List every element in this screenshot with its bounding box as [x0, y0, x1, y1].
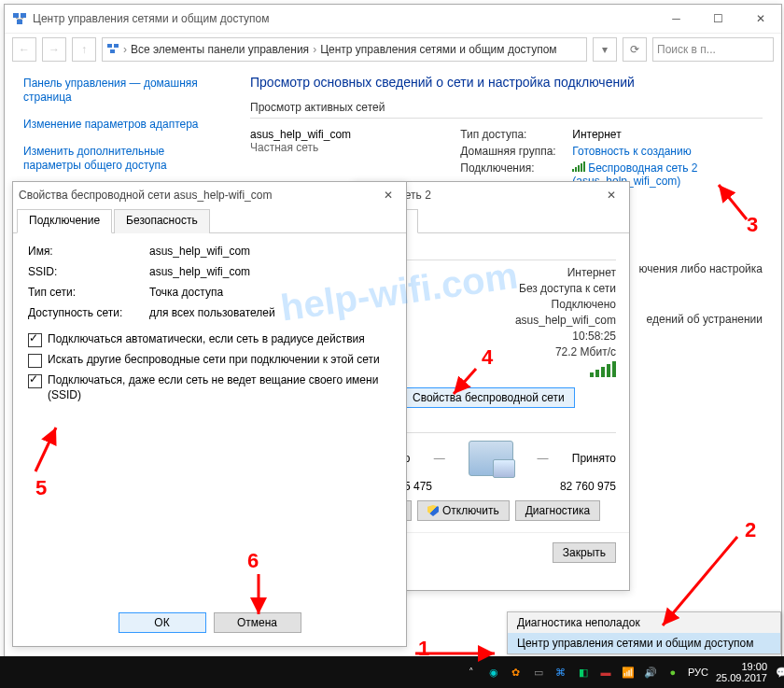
checkbox-hiddenssid-label: Подключаться, даже если сеть не ведет ве… — [48, 373, 391, 402]
duration-value: 10:58:25 — [572, 330, 616, 343]
network-type: Частная сеть — [250, 141, 460, 154]
checkbox-lookother-label: Искать другие беспроводные сети при подк… — [48, 353, 380, 368]
chevron-right-icon: › — [313, 43, 316, 56]
ssid-label: SSID: — [28, 265, 149, 278]
tray-app-icon[interactable]: ▭ — [531, 665, 546, 680]
wifi-signal-icon — [572, 161, 585, 172]
dialog-title: Свойства беспроводной сети asus_help-wif… — [19, 189, 376, 202]
homegroup-link[interactable]: Готовность к созданию — [572, 145, 691, 158]
address-bar: ← → ↑ › Все элементы панели управления ›… — [5, 34, 781, 65]
diagnose-button[interactable]: Диагностика — [515, 500, 601, 521]
shield-icon — [427, 505, 439, 516]
tray-app-icon[interactable]: ◉ — [486, 665, 501, 680]
titlebar: Центр управления сетями и общим доступом… — [5, 5, 781, 34]
name-label: Имя: — [28, 245, 149, 258]
cancel-button[interactable]: Отмена — [214, 612, 301, 633]
forward-button[interactable]: → — [42, 37, 66, 62]
tray-up-icon[interactable]: ˄ — [464, 665, 479, 680]
signal-quality-icon — [590, 361, 616, 377]
nettype-value: Точка доступа — [149, 286, 391, 299]
menu-item-network-center[interactable]: Центр управления сетями и общим доступом — [508, 633, 780, 653]
checkbox-autoconnect[interactable] — [28, 333, 42, 347]
svg-rect-6 — [114, 44, 119, 48]
network-name: asus_help_wifi_com — [250, 128, 460, 141]
breadcrumb-icon — [106, 42, 119, 58]
sidebar-link-home[interactable]: Панель управления — домашняя страница — [23, 77, 215, 105]
access-type-label: Тип доступа: — [460, 128, 572, 141]
page-heading: Просмотр основных сведений о сети и наст… — [250, 75, 763, 90]
taskbar: ˄ ◉ ✿ ▭ ⌘ ◧ ▬ 📶 🔊 ● РУС 19:00 25.09.2017… — [0, 656, 784, 688]
svg-line-4 — [20, 18, 23, 20]
tray-app-icon[interactable]: ▬ — [598, 665, 613, 680]
tray-app-icon[interactable]: ✿ — [509, 665, 524, 680]
name-value: asus_help_wifi_com — [149, 245, 391, 258]
up-button[interactable]: ↑ — [72, 37, 96, 62]
svg-rect-0 — [13, 13, 19, 18]
wireless-properties-button[interactable]: Свойства беспроводной сети — [402, 387, 575, 408]
monitors-icon — [469, 441, 513, 476]
close-button[interactable]: ✕ — [739, 5, 781, 33]
tab-security[interactable]: Безопасность — [114, 209, 210, 233]
tray-notifications-icon[interactable]: 💬 — [775, 665, 784, 680]
close-icon[interactable]: ✕ — [599, 185, 623, 205]
tray-volume-icon[interactable]: 🔊 — [643, 665, 658, 680]
ssid-value: asus_help_wifi_com — [515, 314, 616, 327]
chevron-right-icon: › — [123, 43, 127, 56]
close-button[interactable]: Закрыть — [553, 542, 616, 563]
section-label: Просмотр активных сетей — [250, 101, 763, 114]
speed-value: 72.2 Мбит/с — [555, 345, 616, 358]
ok-button[interactable]: ОК — [119, 612, 206, 633]
refresh-button[interactable]: ⟳ — [623, 37, 647, 62]
checkbox-autoconnect-label: Подключаться автоматически, если сеть в … — [48, 332, 365, 347]
bytes-received: 82 760 975 — [551, 480, 616, 493]
menu-item-troubleshoot[interactable]: Диагностика неполадок — [508, 612, 780, 633]
svg-rect-7 — [110, 49, 115, 53]
search-input[interactable]: Поиск в п... — [652, 37, 774, 62]
window-title: Центр управления сетями и общим доступом — [33, 12, 655, 25]
ssid-value: asus_help_wifi_com — [149, 265, 391, 278]
back-button[interactable]: ← — [12, 37, 36, 62]
availability-value: для всех пользователей — [149, 306, 391, 319]
wireless-properties-dialog: Свойства беспроводной сети asus_help-wif… — [12, 181, 407, 647]
checkbox-hiddenssid[interactable] — [28, 374, 42, 388]
tab-connection[interactable]: Подключение — [17, 209, 112, 233]
minimize-button[interactable]: ─ — [655, 5, 697, 33]
tray-context-menu: Диагностика неполадок Центр управления с… — [507, 611, 781, 654]
history-dropdown[interactable]: ▾ — [593, 37, 617, 62]
ipv6-connectivity: Без доступа к сети — [519, 282, 616, 295]
sidebar-link-sharing[interactable]: Изменить дополнительные параметры общего… — [23, 145, 215, 173]
checkbox-lookother[interactable] — [28, 354, 42, 368]
tray-app-icon[interactable]: ◧ — [576, 665, 591, 680]
svg-rect-2 — [17, 20, 22, 24]
nettype-label: Тип сети: — [28, 286, 149, 299]
availability-label: Доступность сети: — [28, 306, 149, 319]
tray-app-icon[interactable]: ● — [665, 665, 680, 680]
network-center-icon — [12, 11, 27, 26]
close-icon[interactable]: ✕ — [376, 185, 400, 205]
ipv4-connectivity: Интернет — [567, 266, 616, 279]
svg-line-3 — [16, 18, 20, 20]
maximize-button[interactable]: ☐ — [697, 5, 739, 33]
access-type-value: Интернет — [572, 128, 763, 141]
svg-rect-1 — [21, 13, 26, 18]
breadcrumb[interactable]: › Все элементы панели управления › Центр… — [102, 37, 587, 62]
tray-clock[interactable]: 19:00 25.09.2017 — [716, 661, 767, 683]
breadcrumb-item[interactable]: Все элементы панели управления — [131, 43, 309, 56]
received-label: Принято — [572, 452, 616, 465]
homegroup-label: Домашняя группа: — [460, 145, 572, 158]
tray-language[interactable]: РУС — [688, 667, 708, 678]
tray-bluetooth-icon[interactable]: ⌘ — [553, 665, 568, 680]
disable-button[interactable]: Отключить — [417, 500, 510, 521]
svg-rect-5 — [107, 44, 112, 48]
tray-network-icon[interactable]: 📶 — [621, 665, 636, 680]
media-state: Подключено — [552, 298, 616, 311]
breadcrumb-item[interactable]: Центр управления сетями и общим доступом — [320, 43, 557, 56]
sidebar-link-adapter[interactable]: Изменение параметров адаптера — [23, 118, 215, 132]
